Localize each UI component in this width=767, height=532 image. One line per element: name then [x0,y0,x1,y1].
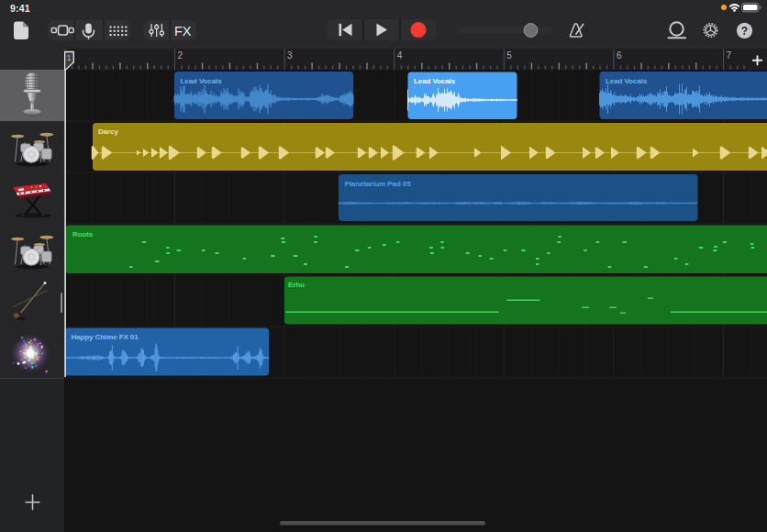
svg-text:Planetarium Pad 05: Planetarium Pad 05 [345,180,412,188]
svg-text:Happy Chime FX 01: Happy Chime FX 01 [72,333,139,341]
svg-text:Erhu: Erhu [288,281,305,289]
svg-text:3: 3 [287,50,293,61]
svg-text:Lead Vocals: Lead Vocals [606,77,648,85]
svg-text:Lead Vocals: Lead Vocals [181,77,223,85]
svg-text:2: 2 [178,50,183,61]
svg-text:Roots: Roots [72,230,94,238]
svg-text:1: 1 [67,53,72,62]
svg-text:7: 7 [727,50,732,61]
svg-text:Lead Vocals: Lead Vocals [414,77,456,85]
svg-text:6: 6 [617,50,622,61]
svg-text:4: 4 [397,50,403,61]
svg-text:Darcy: Darcy [98,127,118,136]
svg-text:5: 5 [506,50,512,61]
